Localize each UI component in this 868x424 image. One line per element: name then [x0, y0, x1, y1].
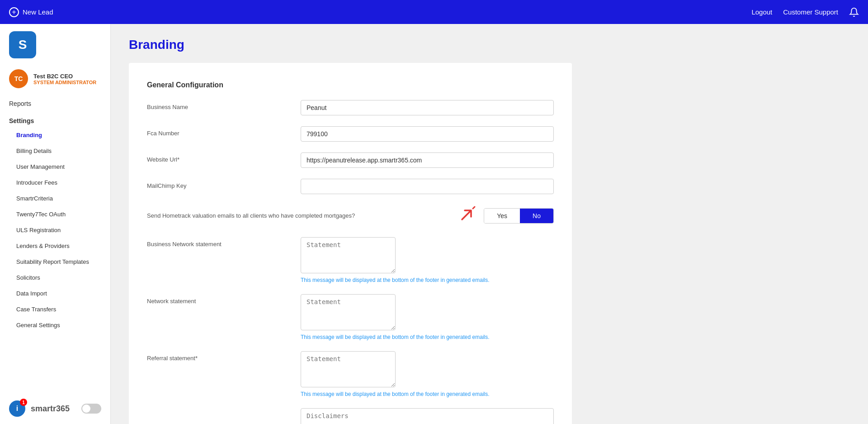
- app-logo: S: [9, 31, 36, 58]
- sidebar-logo: S: [0, 24, 110, 66]
- no-button[interactable]: No: [520, 209, 553, 223]
- website-input[interactable]: [301, 152, 554, 168]
- arrow-icon: [458, 205, 476, 226]
- sidebar-bottom: i 1 smartr365: [0, 393, 110, 424]
- sidebar-item-settings[interactable]: Settings: [0, 112, 110, 127]
- topbar-right: Logout Customer Support: [751, 7, 859, 17]
- branding-card: General Configuration Business Name Fca …: [129, 63, 572, 424]
- business-name-row: Business Name: [147, 100, 554, 115]
- smartr-logo: smartr365: [31, 404, 70, 414]
- business-name-label: Business Name: [147, 100, 292, 110]
- disclaimers-label: [147, 408, 292, 412]
- toggle-button[interactable]: [81, 404, 101, 414]
- mailchimp-label: MailChimp Key: [147, 179, 292, 189]
- avatar: TC: [9, 69, 28, 88]
- network-label: Network statement: [147, 294, 292, 305]
- user-info: Test B2C CEO SYSTEM ADMINISTRATOR: [33, 73, 96, 85]
- network-row: Network statement This message will be d…: [147, 294, 554, 340]
- new-lead-button[interactable]: + New Lead: [9, 7, 53, 17]
- main-layout: S TC Test B2C CEO SYSTEM ADMINISTRATOR R…: [0, 24, 868, 424]
- logout-button[interactable]: Logout: [751, 8, 772, 16]
- info-badge: 1: [20, 399, 27, 406]
- hometrack-radio-group: Yes No: [484, 208, 554, 224]
- page-title: Branding: [129, 38, 850, 52]
- referral-row: Referral statement* This message will be…: [147, 351, 554, 397]
- sidebar-item-case-transfers[interactable]: Case Transfers: [0, 301, 110, 317]
- user-name: Test B2C CEO: [33, 73, 96, 80]
- sidebar-item-data-import[interactable]: Data Import: [0, 286, 110, 301]
- sidebar-item-branding[interactable]: Branding: [0, 127, 110, 143]
- plus-icon: +: [9, 7, 19, 17]
- business-name-input[interactable]: [301, 100, 554, 115]
- sidebar-item-general-settings[interactable]: General Settings: [0, 317, 110, 333]
- sidebar-item-uls[interactable]: ULS Registration: [0, 222, 110, 238]
- info-button[interactable]: i 1: [9, 400, 25, 417]
- topbar: + New Lead Logout Customer Support: [0, 0, 868, 24]
- fca-label: Fca Number: [147, 126, 292, 137]
- sidebar-item-twenty7tec[interactable]: Twenty7Tec OAuth: [0, 206, 110, 222]
- sidebar-item-billing[interactable]: Billing Details: [0, 143, 110, 159]
- referral-field: This message will be displayed at the bo…: [301, 351, 554, 397]
- yes-button[interactable]: Yes: [484, 209, 520, 223]
- network-field: This message will be displayed at the bo…: [301, 294, 554, 340]
- sidebar-item-lenders[interactable]: Lenders & Providers: [0, 238, 110, 254]
- disclaimers-input[interactable]: [301, 408, 554, 424]
- fca-input[interactable]: [301, 126, 554, 142]
- content-area: Branding General Configuration Business …: [111, 24, 868, 424]
- disclaimers-row: [147, 408, 554, 424]
- bell-icon[interactable]: [849, 7, 859, 17]
- mailchimp-row: MailChimp Key: [147, 179, 554, 194]
- sidebar-item-smartrcriteria[interactable]: SmartrCriteria: [0, 191, 110, 206]
- business-network-hint: This message will be displayed at the bo…: [301, 277, 554, 283]
- referral-label: Referral statement*: [147, 351, 292, 362]
- website-row: Website Url*: [147, 152, 554, 168]
- sidebar-nav: Reports Settings Branding Billing Detail…: [0, 95, 110, 340]
- customer-support-button[interactable]: Customer Support: [783, 8, 838, 16]
- sidebar: S TC Test B2C CEO SYSTEM ADMINISTRATOR R…: [0, 24, 111, 424]
- hometrack-row: Send Hometrack valuation emails to all c…: [147, 205, 554, 226]
- business-network-input[interactable]: [301, 237, 396, 273]
- mailchimp-input[interactable]: [301, 179, 554, 194]
- network-hint: This message will be displayed at the bo…: [301, 334, 554, 340]
- sidebar-item-introducer-fees[interactable]: Introducer Fees: [0, 175, 110, 191]
- user-role: SYSTEM ADMINISTRATOR: [33, 80, 96, 85]
- sidebar-item-user-management[interactable]: User Management: [0, 159, 110, 175]
- business-network-field: This message will be displayed at the bo…: [301, 237, 554, 283]
- sidebar-user: TC Test B2C CEO SYSTEM ADMINISTRATOR: [0, 66, 110, 95]
- website-label: Website Url*: [147, 152, 292, 163]
- hometrack-label: Send Hometrack valuation emails to all c…: [147, 212, 418, 219]
- sidebar-item-suitability[interactable]: Suitability Report Templates: [0, 254, 110, 270]
- business-network-label: Business Network statement: [147, 237, 292, 248]
- business-network-row: Business Network statement This message …: [147, 237, 554, 283]
- section-title: General Configuration: [147, 81, 554, 89]
- sidebar-item-solicitors[interactable]: Solicitors: [0, 270, 110, 286]
- referral-input[interactable]: [301, 351, 396, 387]
- referral-hint: This message will be displayed at the bo…: [301, 391, 554, 397]
- fca-row: Fca Number: [147, 126, 554, 142]
- sidebar-item-reports[interactable]: Reports: [0, 95, 110, 112]
- network-input[interactable]: [301, 294, 396, 330]
